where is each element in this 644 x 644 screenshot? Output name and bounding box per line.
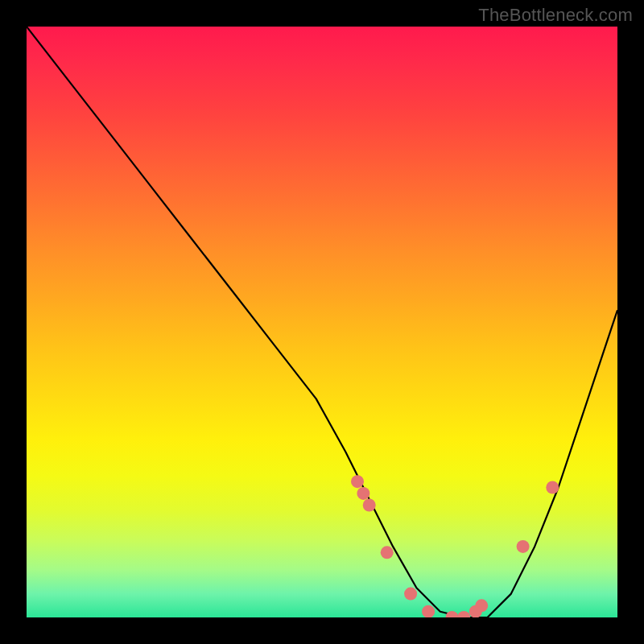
highlight-dot	[351, 475, 364, 488]
highlight-dot	[457, 611, 470, 617]
highlight-dot	[517, 540, 530, 553]
highlight-dot	[357, 487, 369, 500]
bottleneck-curve	[27, 27, 617, 617]
highlight-dot	[475, 599, 488, 612]
highlight-dot	[381, 546, 394, 559]
watermark-text: TheBottleneck.com	[478, 5, 633, 26]
highlight-dot	[546, 481, 559, 494]
highlight-dots	[351, 475, 559, 617]
highlight-dot	[363, 499, 376, 512]
highlight-dot	[446, 611, 459, 617]
highlight-dot	[404, 588, 417, 601]
chart-overlay	[27, 27, 617, 617]
highlight-dot	[422, 605, 435, 617]
